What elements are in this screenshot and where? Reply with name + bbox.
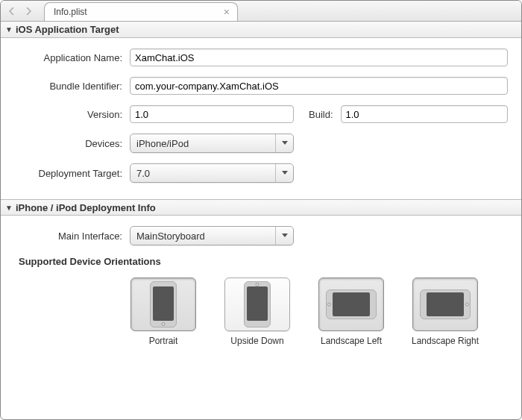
devices-select[interactable]: iPhone/iPod: [130, 134, 294, 153]
build-label: Build:: [309, 109, 333, 120]
orientation-label: Landscape Right: [412, 336, 479, 348]
bundle-identifier-input[interactable]: [130, 77, 508, 95]
device-portrait-icon: [150, 281, 177, 327]
orientations-group: Portrait Upside Down Landscape Left: [14, 278, 508, 348]
chevron-right-icon: [25, 7, 31, 15]
tab-bar: Info.plist ×: [1, 1, 521, 22]
disclosure-triangle-icon: ▼: [5, 204, 13, 212]
section-title: iOS Application Target: [16, 24, 119, 35]
main-interface-label: Main Interface:: [14, 231, 130, 242]
deploy-form: Main Interface: MainStoryboard Supported…: [1, 216, 521, 361]
devices-label: Devices:: [14, 138, 130, 149]
orientation-label: Portrait: [149, 336, 178, 348]
deployment-target-select[interactable]: 7.0: [130, 163, 294, 183]
nav-forward-button[interactable]: [22, 3, 35, 19]
tab-info-plist[interactable]: Info.plist ×: [44, 2, 238, 21]
device-landscape-right-icon: [420, 289, 471, 319]
close-icon[interactable]: ×: [224, 6, 230, 18]
version-input[interactable]: [130, 105, 294, 123]
device-upside-icon: [244, 281, 271, 327]
tab-title: Info.plist: [54, 7, 87, 17]
deployment-target-label: Deployment Target:: [14, 168, 130, 179]
version-label: Version:: [14, 109, 130, 120]
application-name-label: Application Name:: [14, 52, 130, 63]
orientations-title: Supported Device Orientations: [14, 256, 508, 278]
section-header-deploy[interactable]: ▼ iPhone / iPod Deployment Info: [1, 199, 521, 216]
application-name-input[interactable]: [130, 48, 508, 66]
orientation-upside-down-button[interactable]: [224, 278, 290, 331]
main-interface-value: MainStoryboard: [136, 231, 205, 242]
main-interface-select[interactable]: MainStoryboard: [130, 226, 294, 245]
chevron-down-icon: [275, 134, 293, 152]
orientation-landscape-right-button[interactable]: [412, 278, 478, 331]
target-form: Application Name: Bundle Identifier: Ver…: [1, 38, 521, 199]
chevron-left-icon: [9, 7, 15, 15]
section-header-target[interactable]: ▼ iOS Application Target: [1, 22, 521, 38]
chevron-down-icon: [275, 164, 293, 182]
orientation-portrait-button[interactable]: [130, 278, 196, 331]
build-input[interactable]: [341, 105, 508, 123]
chevron-down-icon: [275, 227, 293, 245]
nav-back-button[interactable]: [5, 3, 19, 19]
orientation-label: Upside Down: [230, 336, 283, 348]
orientation-label: Landscape Left: [321, 336, 382, 348]
deployment-target-value: 7.0: [136, 168, 150, 179]
section-title: iPhone / iPod Deployment Info: [16, 202, 156, 213]
bundle-identifier-label: Bundle Identifier:: [14, 81, 130, 92]
disclosure-triangle-icon: ▼: [5, 25, 13, 34]
devices-select-value: iPhone/iPod: [136, 138, 189, 149]
device-landscape-left-icon: [326, 289, 377, 319]
orientation-landscape-left-button[interactable]: [318, 278, 384, 331]
